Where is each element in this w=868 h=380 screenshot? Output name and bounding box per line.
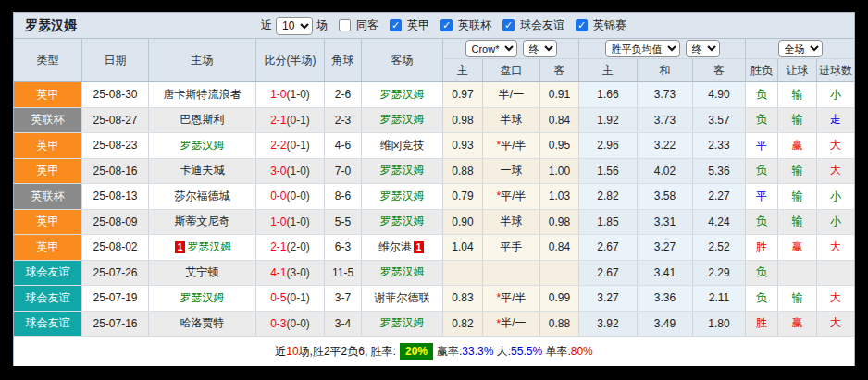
matches-count-select[interactable]: 10 bbox=[276, 17, 313, 35]
result-goals: 走 bbox=[817, 108, 854, 133]
score-cell: 2-2(0-1) bbox=[256, 133, 325, 158]
league-badge: 球会友谊 bbox=[14, 286, 82, 311]
result-handicap: 输 bbox=[778, 184, 817, 209]
home-team-name: 哈洛贾特 bbox=[180, 315, 225, 331]
result-wdl: 负 bbox=[746, 82, 778, 107]
result-goals: 大 bbox=[817, 235, 854, 260]
away-team-cell: 谢菲尔德联 bbox=[362, 286, 443, 311]
matches-unit-label: 场 bbox=[316, 18, 328, 33]
ah-line-cell: 平手 bbox=[483, 235, 540, 260]
home-team-cell: 罗瑟汉姆 bbox=[149, 133, 256, 158]
home-team-cell: 哈洛贾特 bbox=[149, 312, 256, 337]
ah-away-odds: 1.03 bbox=[540, 184, 579, 209]
league-one-label: 英甲 bbox=[407, 18, 429, 33]
result-goals bbox=[817, 261, 854, 286]
ah-line-cell: 半/一 bbox=[483, 82, 540, 107]
euro-odds-select[interactable]: 胜平负均值 bbox=[605, 40, 680, 57]
eu-away-odds: 2.33 bbox=[693, 133, 746, 158]
home-team-name: 艾宁顿 bbox=[186, 264, 219, 280]
trophy-checkbox[interactable] bbox=[576, 19, 588, 31]
result-handicap: 赢 bbox=[778, 312, 817, 337]
away-red-card-badge: 1 bbox=[414, 241, 425, 253]
away-team-cell: 维冈竞技 bbox=[362, 133, 443, 158]
eu-home-odds: 1.92 bbox=[579, 108, 638, 133]
result-wdl: 负 bbox=[746, 210, 778, 235]
match-date: 25-08-23 bbox=[82, 133, 149, 158]
euro-stage-select[interactable]: 终 bbox=[686, 40, 720, 57]
ah-line-text: 半球 bbox=[501, 214, 523, 229]
eu-draw-odds: 3.31 bbox=[638, 210, 693, 235]
bookmaker-select[interactable]: Crow* bbox=[465, 40, 517, 57]
same-away-checkbox[interactable] bbox=[339, 19, 351, 31]
ah-line-text: 平手 bbox=[501, 239, 523, 255]
summary-count: 10 bbox=[286, 345, 298, 358]
ah-home-odds: 0.79 bbox=[443, 184, 483, 209]
fulltime-score: 2-1 bbox=[270, 240, 286, 253]
col-goals: 进球数 bbox=[817, 59, 854, 81]
fulltime-score: 1-0 bbox=[270, 88, 286, 101]
home-team-cell: 艾宁顿 bbox=[149, 261, 256, 286]
friendly-checkbox[interactable] bbox=[502, 19, 515, 31]
ah-home-odds: 0.97 bbox=[443, 82, 483, 107]
col-type: 类型 bbox=[14, 39, 82, 81]
ah-home-odds: 0.82 bbox=[443, 312, 483, 337]
match-date: 25-08-02 bbox=[82, 235, 149, 260]
eu-away-odds: 3.57 bbox=[693, 108, 746, 133]
ah-line-text: 半/一 bbox=[501, 315, 526, 331]
league-cup-label: 英联杯 bbox=[458, 18, 491, 33]
fulltime-score: 1-0 bbox=[270, 215, 286, 228]
ah-away-odds: 0.95 bbox=[540, 133, 579, 158]
eu-home-odds: 3.27 bbox=[579, 286, 638, 311]
match-date: 25-08-13 bbox=[82, 184, 149, 209]
team-title: 罗瑟汉姆 bbox=[14, 18, 77, 34]
table-row: 英联杯 25-08-13 莎尔福德城 0-0(0-0) 8-6 罗瑟汉姆 0.7… bbox=[14, 184, 854, 210]
score-cell: 1-0(1-0) bbox=[256, 82, 325, 107]
away-team-cell: 罗瑟汉姆 bbox=[362, 159, 443, 184]
eu-home-odds: 2.67 bbox=[579, 261, 638, 286]
corner-count: 5-5 bbox=[325, 210, 362, 235]
eu-home-odds: 2.96 bbox=[579, 133, 638, 158]
col-away: 客场 bbox=[362, 39, 443, 81]
euro-odds-select-group: 胜平负均值 终 bbox=[579, 39, 746, 59]
ah-line-text: 半球 bbox=[501, 112, 523, 128]
match-date: 25-07-16 bbox=[82, 312, 149, 337]
eu-away-odds: 2.52 bbox=[693, 235, 746, 260]
table-row: 英甲 25-08-02 1 罗瑟汉姆 2-1(2-0) 6-3 维尔港 1 1.… bbox=[14, 235, 854, 261]
ah-line-cell: * 平/半 bbox=[483, 133, 540, 158]
ah-line-text: 平/半 bbox=[501, 138, 526, 153]
ah-home-odds: 0.93 bbox=[443, 133, 483, 158]
home-team-name: 唐卡斯特流浪者 bbox=[164, 87, 242, 103]
match-date: 25-08-27 bbox=[82, 108, 149, 133]
home-red-card-badge: 1 bbox=[175, 241, 186, 253]
corner-count: 11-5 bbox=[325, 261, 362, 286]
scope-select[interactable]: 全场 bbox=[778, 40, 823, 57]
eu-draw-odds: 3.22 bbox=[638, 133, 693, 158]
eu-draw-odds: 3.73 bbox=[638, 108, 693, 133]
league-one-checkbox[interactable] bbox=[390, 19, 402, 31]
away-team-name: 罗瑟汉姆 bbox=[380, 315, 425, 331]
result-handicap: 赢 bbox=[778, 133, 817, 158]
table-row: 英甲 25-08-16 卡迪夫城 3-0(1-0) 7-0 罗瑟汉姆 0.88 … bbox=[14, 159, 854, 185]
league-badge: 英联杯 bbox=[14, 184, 82, 209]
ah-home-odds: 0.90 bbox=[443, 210, 483, 235]
halftime-score: (3-0) bbox=[287, 266, 310, 279]
asian-odds-select-group: Crow* 终 bbox=[443, 39, 579, 59]
ah-line-text: 一球 bbox=[501, 163, 523, 178]
fulltime-score: 2-1 bbox=[270, 114, 286, 127]
ah-line-text: 平/半 bbox=[501, 189, 526, 204]
halftime-score: (0-0) bbox=[287, 317, 310, 330]
result-goals: 大 bbox=[817, 159, 854, 184]
result-goals: 小 bbox=[817, 82, 854, 107]
ah-away-odds: 0.98 bbox=[540, 210, 579, 235]
result-goals: 大 bbox=[817, 312, 854, 337]
near-label: 近 bbox=[261, 18, 272, 33]
result-handicap: 输 bbox=[778, 286, 817, 311]
away-team-name: 罗瑟汉姆 bbox=[380, 112, 425, 128]
fulltime-score: 0-5 bbox=[270, 291, 286, 304]
summary-near-label: 近 bbox=[275, 344, 286, 360]
eu-away-odds: 2.29 bbox=[693, 261, 746, 286]
league-cup-checkbox[interactable] bbox=[440, 19, 453, 31]
eu-away-odds: 1.80 bbox=[693, 312, 746, 337]
bookmaker-stage-select[interactable]: 终 bbox=[523, 40, 557, 57]
halftime-score: (0-0) bbox=[287, 190, 310, 202]
